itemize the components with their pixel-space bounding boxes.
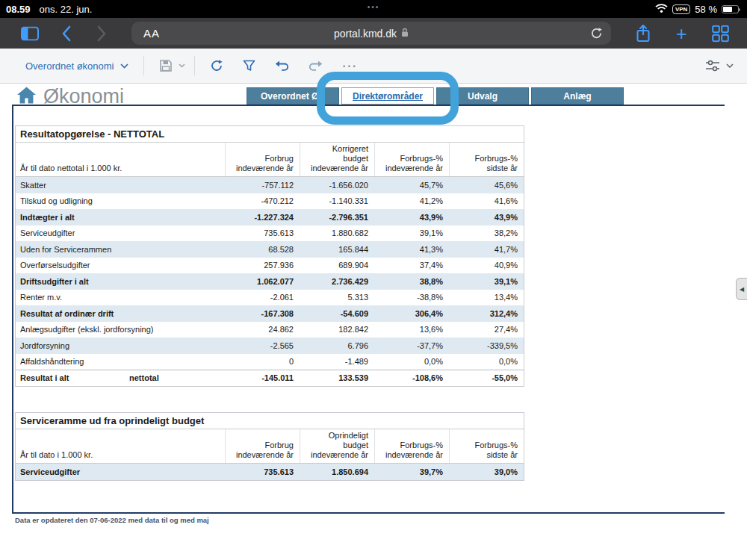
save-icon[interactable]: [159, 59, 173, 72]
table-row: Indtægter i alt -1.227.324 -2.796.351 43…: [16, 209, 524, 225]
cell-korrigeret-budget: -1.656.020: [300, 181, 374, 190]
table-header-row: År til dato nettotal i 1.000 kr. Forbrug…: [16, 143, 524, 177]
cell-korrigeret-budget: 689.904: [300, 261, 374, 270]
redo-icon[interactable]: [309, 60, 323, 71]
cell-korrigeret-budget: 1.880.682: [300, 228, 374, 237]
view-selector[interactable]: Overordnet økonomi: [25, 60, 128, 72]
result-table: Resultatopgørelse - NETTOTAL År til dato…: [15, 125, 524, 387]
cell-pct-sidste: 39,0%: [449, 467, 524, 476]
row-label: Resultat i alt: [20, 373, 69, 382]
cell-pct-indevaerende: 39,7%: [374, 467, 449, 476]
table-row: Overførselsudgifter 257.936 689.904 37,4…: [16, 258, 524, 274]
chevron-down-icon: [120, 63, 128, 69]
collapse-panel-handle[interactable]: ◀: [736, 278, 747, 300]
toolbar-divider: [143, 56, 144, 75]
new-tab-button[interactable]: +: [676, 24, 687, 43]
save-dropdown-chevron-icon[interactable]: [179, 63, 185, 68]
service-table: Serviceramme ud fra oprindeligt budget Å…: [15, 412, 524, 481]
back-button[interactable]: [61, 25, 71, 42]
tab-overview-icon[interactable]: [712, 25, 729, 42]
row-label: Anlægsudgifter (ekskl. jordforsyning): [20, 325, 154, 334]
table-title: Resultatopgørelse - NETTOTAL: [16, 126, 524, 143]
more-options-button[interactable]: ⋯: [342, 62, 357, 69]
cell-pct-sidste: 43,9%: [449, 213, 524, 222]
cell-pct-indevaerende: 38,8%: [374, 277, 449, 286]
row-label: Uden for Servicerammen: [20, 245, 111, 254]
report-tabs: Overordnet ØK Direktørområder Udvalg Anl…: [247, 87, 624, 105]
corner-header: År til dato i 1.000 kr.: [16, 429, 225, 463]
cell-forbrug: -757.112: [225, 181, 300, 190]
col-header-forbrug: Forbrug indeværende år: [225, 143, 300, 176]
cell-pct-sidste: 27,4%: [449, 325, 524, 334]
corner-header: År til dato nettotal i 1.000 kr.: [16, 143, 225, 176]
url-field[interactable]: AA portal.kmd.dk: [131, 22, 611, 45]
table-body: Serviceudgifter 735.613 1.850.694 39,7% …: [16, 464, 524, 480]
row-label: Skatter: [20, 181, 46, 190]
cell-pct-indevaerende: 13,6%: [374, 325, 449, 334]
table-row: Renter m.v. -2.061 5.313 -38,8% 13,4%: [16, 290, 524, 306]
col-header-pct-indevaerende: Forbrugs-% indeværende år: [374, 143, 449, 176]
forward-button[interactable]: [97, 25, 107, 42]
cell-forbrug: 68.528: [225, 245, 300, 254]
frame-line-bottom: [12, 512, 725, 514]
battery-percent: 58 %: [695, 4, 717, 15]
cell-pct-indevaerende: 41,3%: [374, 245, 449, 254]
clock: 08.59: [6, 4, 31, 15]
table-row: Driftsudgifter i alt 1.062.077 2.736.429…: [16, 273, 524, 290]
cell-pct-sidste: -55,0%: [449, 373, 524, 382]
table-title: Serviceramme ud fra oprindeligt budget: [16, 413, 524, 429]
cell-pct-indevaerende: -108,6%: [374, 373, 449, 382]
cell-forbrug: -2.061: [225, 293, 300, 302]
cell-forbrug: 1.062.077: [225, 277, 300, 286]
tab-udvalg[interactable]: Udvalg: [436, 87, 529, 105]
cell-korrigeret-budget: 165.844: [300, 245, 374, 254]
filter-icon[interactable]: [243, 60, 255, 72]
home-icon[interactable]: [16, 86, 37, 108]
share-icon[interactable]: [636, 24, 651, 43]
col-header-korrigeret-budget: Korrigeret budget indeværende år: [300, 143, 374, 176]
cell-oprindeligt-budget: 1.850.694: [300, 467, 374, 476]
sidebar-toggle-icon[interactable]: [21, 26, 39, 40]
col-header-oprindeligt-budget: Oprindeligt budget indeværende år: [300, 429, 374, 463]
cell-korrigeret-budget: 2.736.429: [300, 277, 374, 286]
cell-pct-sidste: 41,6%: [449, 196, 524, 205]
table-body: Skatter -757.112 -1.656.020 45,7% 45,6% …: [16, 177, 524, 386]
reader-mode-button[interactable]: AA: [143, 27, 160, 40]
cell-pct-sidste: 40,9%: [449, 261, 524, 270]
cell-korrigeret-budget: -54.609: [300, 309, 374, 318]
toolbar-divider: [194, 56, 195, 75]
display-options-button[interactable]: [705, 60, 747, 72]
row-label: Tilskud og udligning: [20, 196, 93, 205]
cell-pct-indevaerende: 45,7%: [374, 181, 449, 190]
cell-forbrug: -2.565: [225, 341, 300, 350]
cell-pct-indevaerende: 306,4%: [374, 309, 449, 318]
row-label: Serviceudgifter: [20, 228, 75, 237]
tab-overordnet-ok[interactable]: Overordnet ØK: [247, 87, 339, 105]
cell-korrigeret-budget: 6.796: [300, 341, 374, 350]
chevron-down-icon: [726, 63, 734, 68]
cell-pct-indevaerende: 39,1%: [374, 228, 449, 237]
report-toolbar: Overordnet økonomi ⋯: [0, 49, 747, 84]
col-header-pct-indevaerende: Forbrugs-% indeværende år: [374, 429, 449, 463]
cell-forbrug: 257.936: [225, 261, 300, 270]
cell-pct-indevaerende: -38,8%: [374, 293, 449, 302]
vpn-badge: VPN: [672, 4, 690, 14]
table-row: Resultat af ordinær drift -167.308 -54.6…: [16, 305, 524, 322]
cell-forbrug: -145.011: [225, 373, 300, 382]
tab-direktoromrader[interactable]: Direktørområder: [341, 87, 434, 105]
cell-pct-indevaerende: 43,9%: [374, 213, 449, 222]
col-header-pct-sidste: Forbrugs-% sidste år: [449, 143, 524, 176]
row-sublabel: nettotal: [129, 373, 159, 382]
cell-forbrug: 24.862: [225, 325, 300, 334]
refresh-icon[interactable]: [210, 59, 223, 72]
row-label: Overførselsudgifter: [20, 261, 90, 270]
date: ons. 22. jun.: [40, 4, 93, 15]
undo-icon[interactable]: [275, 60, 289, 71]
cell-pct-sidste: 45,6%: [449, 181, 524, 190]
table-row: Anlægsudgifter (ekskl. jordforsyning) 24…: [16, 322, 524, 338]
tab-anlaeg[interactable]: Anlæg: [531, 87, 624, 105]
reload-icon[interactable]: [590, 27, 603, 43]
ipad-screen: 08.59 ons. 22. jun. ••• VPN 58 % AA port…: [0, 0, 747, 560]
wifi-icon: [655, 4, 668, 15]
cell-korrigeret-budget: -1.140.331: [300, 196, 374, 205]
